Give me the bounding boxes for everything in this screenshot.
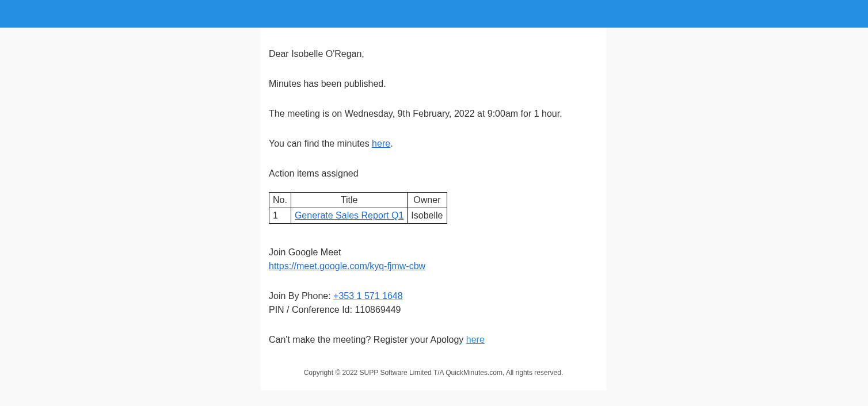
phone-link[interactable]: +353 1 571 1648: [333, 291, 403, 301]
cell-title: Generate Sales Report Q1: [291, 208, 407, 224]
join-phone-label: Join By Phone:: [269, 291, 333, 301]
apology-line: Can't make the meeting? Register your Ap…: [269, 325, 598, 355]
table-row: 1 Generate Sales Report Q1 Isobelle: [269, 208, 447, 224]
header-bar: [0, 0, 868, 28]
minutes-suffix: .: [390, 139, 393, 148]
greeting: Dear Isobelle O'Regan,: [269, 39, 598, 69]
pin-line: PIN / Conference Id: 110869449: [269, 305, 401, 315]
google-meet-link[interactable]: https://meet.google.com/kyq-fjmw-cbw: [269, 261, 425, 271]
minutes-link[interactable]: here: [372, 139, 390, 148]
table-header-row: No. Title Owner: [269, 193, 447, 208]
join-meet-label: Join Google Meet: [269, 247, 341, 257]
action-title-link[interactable]: Generate Sales Report Q1: [295, 210, 403, 220]
email-body: Dear Isobelle O'Regan, Minutes has been …: [261, 28, 606, 390]
action-items-heading: Action items assigned: [269, 159, 598, 189]
cell-owner: Isobelle: [408, 208, 447, 224]
join-google-meet: Join Google Meet https://meet.google.com…: [269, 238, 598, 281]
cell-no: 1: [269, 208, 291, 224]
minutes-prefix: You can find the minutes: [269, 139, 372, 148]
apology-link[interactable]: here: [466, 335, 485, 344]
action-items-table: No. Title Owner 1 Generate Sales Report …: [269, 192, 447, 224]
minutes-line: You can find the minutes here.: [269, 129, 598, 159]
published-notice: Minutes has been published.: [269, 69, 598, 99]
footer-copyright: Copyright © 2022 SUPP Software Limited T…: [269, 355, 598, 385]
col-header-no: No.: [269, 193, 291, 208]
col-header-title: Title: [291, 193, 407, 208]
meeting-time-line: The meeting is on Wednesday, 9th Februar…: [269, 99, 598, 129]
apology-prefix: Can't make the meeting? Register your Ap…: [269, 335, 466, 344]
join-phone-block: Join By Phone: +353 1 571 1648 PIN / Con…: [269, 281, 598, 325]
col-header-owner: Owner: [408, 193, 447, 208]
